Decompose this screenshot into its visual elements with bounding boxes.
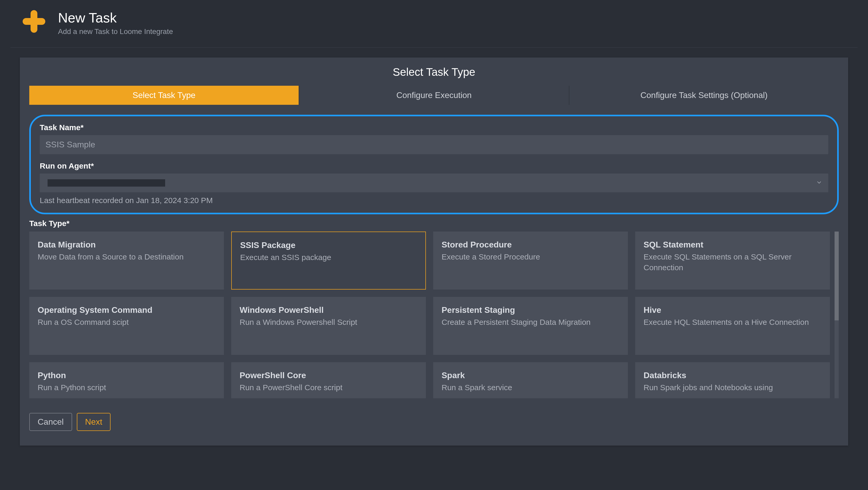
task-type-persistent-staging[interactable]: Persistent Staging Create a Persistent S… bbox=[433, 297, 628, 355]
task-type-desc: Run a PowerShell Core script bbox=[240, 382, 417, 393]
task-type-desc: Run a Spark service bbox=[441, 382, 620, 393]
task-type-desc: Run Spark jobs and Notebooks using bbox=[644, 382, 822, 393]
svg-rect-1 bbox=[23, 18, 45, 25]
page-title: New Task bbox=[58, 10, 173, 25]
task-type-windows-powershell[interactable]: Windows PowerShell Run a Windows Powersh… bbox=[231, 297, 426, 355]
task-type-spark[interactable]: Spark Run a Spark service bbox=[433, 362, 628, 398]
wizard-panel: Select Task Type Select Task Type Config… bbox=[20, 58, 848, 446]
task-type-python[interactable]: Python Run a Python script bbox=[29, 362, 224, 398]
task-type-desc: Execute an SSIS package bbox=[240, 252, 417, 263]
task-type-powershell-core[interactable]: PowerShell Core Run a PowerShell Core sc… bbox=[231, 362, 426, 398]
task-type-grid-wrap: Data Migration Move Data from a Source t… bbox=[29, 232, 839, 398]
task-type-label: Task Type* bbox=[29, 219, 839, 228]
task-type-title: SQL Statement bbox=[644, 240, 822, 250]
task-type-title: Operating System Command bbox=[38, 305, 216, 315]
task-type-title: Databricks bbox=[644, 371, 822, 380]
next-button[interactable]: Next bbox=[77, 413, 111, 431]
run-on-agent-label: Run on Agent* bbox=[40, 161, 828, 171]
task-name-field-block: Task Name* bbox=[40, 123, 828, 154]
panel-title: Select Task Type bbox=[20, 66, 848, 79]
task-type-title: Python bbox=[38, 371, 216, 380]
scrollbar-track[interactable] bbox=[835, 232, 839, 398]
task-name-input[interactable] bbox=[40, 135, 828, 154]
task-type-desc: Move Data from a Source to a Destination bbox=[38, 252, 216, 263]
tab-label: Configure Execution bbox=[396, 90, 472, 100]
wizard-button-row: Cancel Next bbox=[20, 398, 848, 446]
task-type-grid: Data Migration Move Data from a Source t… bbox=[29, 232, 839, 398]
plus-icon bbox=[20, 8, 48, 35]
task-type-title: Persistent Staging bbox=[441, 305, 620, 315]
task-type-title: PowerShell Core bbox=[240, 371, 417, 380]
panel-header: Select Task Type bbox=[20, 58, 848, 86]
scrollbar-thumb[interactable] bbox=[835, 232, 839, 320]
tab-select-task-type[interactable]: Select Task Type bbox=[29, 86, 299, 105]
task-type-desc: Execute a Stored Procedure bbox=[441, 252, 620, 263]
tab-configure-task-settings[interactable]: Configure Task Settings (Optional) bbox=[569, 86, 839, 105]
task-type-desc: Execute HQL Statements on a Hive Connect… bbox=[644, 317, 822, 328]
task-type-sql-statement[interactable]: SQL Statement Execute SQL Statements on … bbox=[635, 232, 830, 289]
task-type-title: Windows PowerShell bbox=[240, 305, 417, 315]
cancel-button[interactable]: Cancel bbox=[29, 413, 72, 431]
run-on-agent-field-block: Run on Agent* Last heartbeat recorded on… bbox=[40, 161, 828, 205]
task-type-title: Spark bbox=[441, 371, 620, 380]
header-text: New Task Add a new Task to Loome Integra… bbox=[58, 9, 173, 36]
task-type-desc: Run a Windows Powershell Script bbox=[240, 317, 417, 328]
task-type-hive[interactable]: Hive Execute HQL Statements on a Hive Co… bbox=[635, 297, 830, 355]
task-type-data-migration[interactable]: Data Migration Move Data from a Source t… bbox=[29, 232, 224, 289]
tab-label: Select Task Type bbox=[132, 90, 195, 100]
page-root: New Task Add a new Task to Loome Integra… bbox=[0, 0, 868, 446]
task-type-databricks[interactable]: Databricks Run Spark jobs and Notebooks … bbox=[635, 362, 830, 398]
tab-configure-execution[interactable]: Configure Execution bbox=[299, 86, 569, 105]
agent-select[interactable] bbox=[40, 174, 828, 192]
page-subtitle: Add a new Task to Loome Integrate bbox=[58, 27, 173, 36]
tab-label: Configure Task Settings (Optional) bbox=[641, 90, 768, 100]
page-header: New Task Add a new Task to Loome Integra… bbox=[10, 8, 858, 36]
wizard-tabs: Select Task Type Configure Execution Con… bbox=[20, 86, 848, 105]
task-name-label: Task Name* bbox=[40, 123, 828, 132]
task-type-section: Task Type* Data Migration Move Data from… bbox=[20, 214, 848, 398]
task-type-title: Data Migration bbox=[38, 240, 216, 250]
task-type-title: SSIS Package bbox=[240, 240, 417, 250]
agent-select-wrap bbox=[40, 174, 828, 192]
highlighted-fields-area: Task Name* Run on Agent* Last heartbeat … bbox=[29, 115, 839, 214]
header-divider bbox=[10, 47, 858, 48]
task-type-desc: Run a OS Command scipt bbox=[38, 317, 216, 328]
task-type-desc: Execute SQL Statements on a SQL Server C… bbox=[644, 252, 822, 273]
agent-heartbeat-hint: Last heartbeat recorded on Jan 18, 2024 … bbox=[40, 196, 828, 205]
task-type-ssis-package[interactable]: SSIS Package Execute an SSIS package bbox=[231, 232, 426, 289]
task-type-desc: Create a Persistent Staging Data Migrati… bbox=[441, 317, 620, 328]
task-type-title: Hive bbox=[644, 305, 822, 315]
task-type-title: Stored Procedure bbox=[441, 240, 620, 250]
task-type-os-command[interactable]: Operating System Command Run a OS Comman… bbox=[29, 297, 224, 355]
task-type-stored-procedure[interactable]: Stored Procedure Execute a Stored Proced… bbox=[433, 232, 628, 289]
task-type-desc: Run a Python script bbox=[38, 382, 216, 393]
